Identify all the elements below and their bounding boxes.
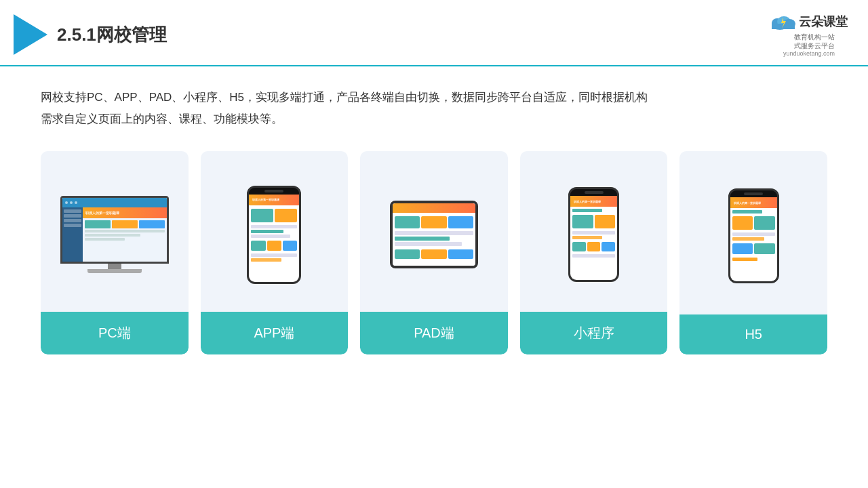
phone-frame-app: 职涯人的第一堂职题课 [247,186,301,284]
card-h5: 职涯人的第一堂职题课 [679,151,827,354]
header-right: 云朵课堂 教育机构一站 式服务云平台 yunduoketang.com [770,12,848,57]
card-pad: PAD端 [360,151,508,354]
header-left: 2.5.1网校管理 [14,14,167,55]
brand-url: yunduoketang.com [783,50,835,57]
device-phone-h5: 职涯人的第一堂职题课 [728,188,779,283]
phone-frame-h5: 职涯人的第一堂职题课 [728,188,779,283]
svg-rect-4 [772,24,795,29]
card-pad-image [360,151,508,312]
description-text: 网校支持PC、APP、PAD、小程序、H5，实现多端打通，产品各终端自由切换，数… [41,87,827,131]
brand-logo-icon: 云朵课堂 [770,12,848,31]
card-miniprogram-label: 小程序 [520,312,668,354]
device-phone-app: 职涯人的第一堂职题课 [247,186,301,284]
logo-triangle-icon [14,14,47,55]
header: 2.5.1网校管理 云朵课堂 教育机构一站 式服务云平台 yunduoketan [0,0,868,66]
device-pad [390,201,478,268]
page-title: 2.5.1网校管理 [57,23,167,47]
phone-frame-mini: 职涯人的第一堂职题课 [568,187,619,282]
device-pc: 职涯人的第一堂职题课 [60,196,169,273]
card-miniprogram: 职涯人的第一堂职题课 [520,151,668,354]
device-phone-mini: 职涯人的第一堂职题课 [568,187,619,282]
card-pc: 职涯人的第一堂职题课 [41,151,189,354]
card-h5-image: 职涯人的第一堂职题课 [679,151,827,314]
brand-logo: 云朵课堂 教育机构一站 式服务云平台 yunduoketang.com [770,12,848,57]
brand-tagline: 教育机构一站 式服务云平台 [794,33,835,50]
cards-container: 职涯人的第一堂职题课 [41,151,827,354]
pad-frame [390,201,478,268]
main-content: 网校支持PC、APP、PAD、小程序、H5，实现多端打通，产品各终端自由切换，数… [0,66,868,368]
pc-screen: 职涯人的第一堂职题课 [60,196,169,264]
cloud-icon [770,12,796,31]
card-pc-label: PC端 [41,312,189,354]
card-app-label: APP端 [201,312,349,354]
card-miniprogram-image: 职涯人的第一堂职题课 [520,151,668,312]
brand-name: 云朵课堂 [799,14,848,30]
card-app-image: 职涯人的第一堂职题课 [201,151,349,312]
card-pc-image: 职涯人的第一堂职题课 [41,151,189,312]
card-pad-label: PAD端 [360,312,508,354]
card-app: 职涯人的第一堂职题课 [201,151,349,354]
card-h5-label: H5 [679,314,827,354]
